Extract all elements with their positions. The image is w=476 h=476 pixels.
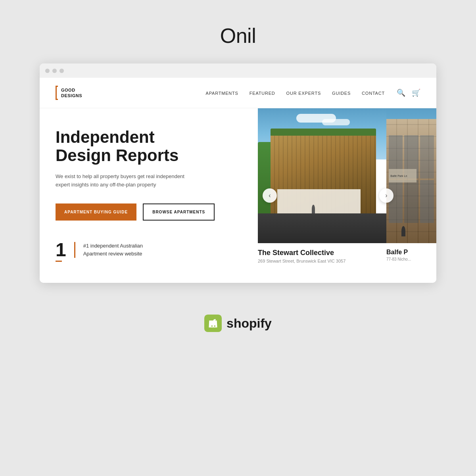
window-6 <box>420 180 434 223</box>
secondary-slide-info: Balfe P 77-83 Nicho... <box>386 243 436 263</box>
nav-link-apartments[interactable]: APARTMENTS <box>206 91 238 96</box>
browser-dot-maximize <box>60 69 64 73</box>
stat-number: 1 <box>56 239 66 260</box>
carousel-slide-main: ‹ › The Stewart Collective 269 Stewart S… <box>258 108 386 283</box>
hero-section: Independent Design Reports We exist to h… <box>40 108 436 283</box>
person-silhouette <box>312 205 315 213</box>
building-image-secondary: Balfe Park Ln <box>386 108 436 243</box>
logo-text: GOOD DESIGNS <box>61 87 82 99</box>
window-4 <box>389 180 403 223</box>
secondary-slide-title: Balfe P <box>386 249 436 256</box>
shopify-footer: shopify <box>204 315 272 332</box>
apartment-buying-guide-button[interactable]: APARTMENT BUYING GUIDE <box>56 203 136 221</box>
carousel-container: ‹ › The Stewart Collective 269 Stewart S… <box>258 108 436 283</box>
sign-text: Balfe Park Ln <box>390 175 407 177</box>
main-nav: GOOD DESIGNS APARTMENTS FEATURED OUR EXP… <box>40 78 436 108</box>
carousel-prev-button[interactable]: ‹ <box>263 188 277 203</box>
page-title: Onil <box>220 24 256 48</box>
nav-links: APARTMENTS FEATURED OUR EXPERTS GUIDES C… <box>206 89 385 96</box>
stat-description: #1 independent Australian Apartment revi… <box>83 242 143 257</box>
secondary-person <box>401 226 405 236</box>
nav-link-featured[interactable]: FEATURED <box>250 91 275 96</box>
main-slide-caption: The Stewart Collective 269 Stewart Stree… <box>258 243 386 265</box>
cloud-2 <box>322 119 350 125</box>
main-slide-title: The Stewart Collective <box>258 249 386 257</box>
hero-left-content: Independent Design Reports We exist to h… <box>40 108 258 283</box>
nav-link-guides[interactable]: GUIDES <box>332 91 351 96</box>
shopify-logo-icon <box>204 315 222 332</box>
carousel-next-button[interactable]: › <box>379 188 393 203</box>
browse-apartments-button[interactable]: BROWSE APARTMENTS <box>143 203 215 221</box>
stat-number-container: 1 <box>56 240 66 259</box>
hero-subtext: We exist to help all property buyers get… <box>56 173 190 189</box>
window-3 <box>420 135 434 178</box>
nav-icons: 🔍 🛒 <box>397 88 420 97</box>
hero-heading: Independent Design Reports <box>56 128 242 165</box>
nav-link-our-experts[interactable]: OUR EXPERTS <box>286 91 321 96</box>
stat-divider <box>74 242 75 258</box>
hero-buttons: APARTMENT BUYING GUIDE BROWSE APARTMENTS <box>56 203 242 221</box>
building-base <box>277 189 361 213</box>
browser-window: GOOD DESIGNS APARTMENTS FEATURED OUR EXP… <box>40 63 436 283</box>
browser-dot-minimize <box>52 69 57 73</box>
main-slide-address: 269 Stewart Street, Brunswick East VIC 3… <box>258 259 386 263</box>
hero-carousel: ‹ › The Stewart Collective 269 Stewart S… <box>258 108 436 283</box>
ground <box>258 213 386 243</box>
logo: GOOD DESIGNS <box>56 86 82 100</box>
secondary-slide-address: 77-83 Nicho... <box>386 257 436 261</box>
website-container: GOOD DESIGNS APARTMENTS FEATURED OUR EXP… <box>40 78 436 283</box>
stat-underline <box>56 261 62 262</box>
browser-chrome-bar <box>40 63 436 78</box>
browser-dot-close <box>45 69 50 73</box>
carousel-slide-secondary: Balfe Park Ln Balfe P 77-83 Nicho... <box>386 108 436 283</box>
search-icon[interactable]: 🔍 <box>397 88 405 97</box>
hero-stat: 1 #1 independent Australian Apartment re… <box>56 240 242 259</box>
shopify-text: shopify <box>226 316 272 331</box>
nav-link-contact[interactable]: CONTACT <box>362 91 385 96</box>
window-5 <box>404 180 418 223</box>
building-image-main <box>258 108 386 243</box>
logo-bracket-icon <box>56 86 58 100</box>
cart-icon[interactable]: 🛒 <box>412 88 420 97</box>
building-sign: Balfe Park Ln <box>389 169 416 182</box>
green-roof <box>271 129 376 136</box>
